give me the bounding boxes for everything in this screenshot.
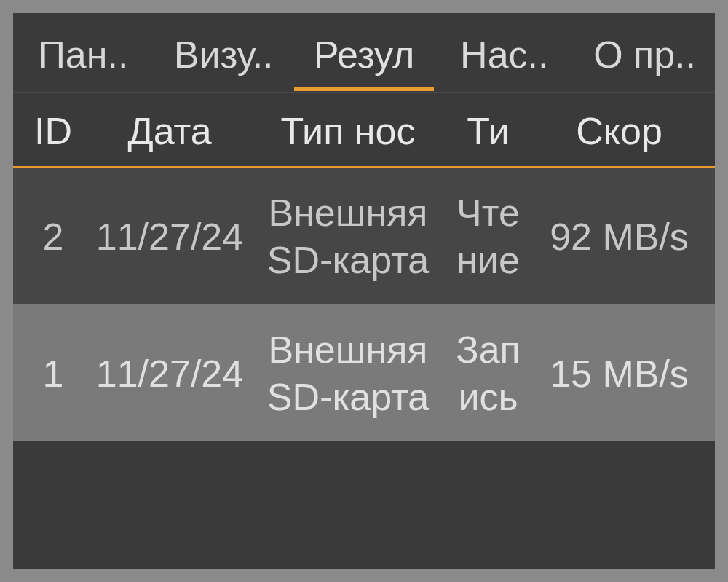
table-row[interactable]: 2 11/27/24 Внешняя SD-карта Чтение 92 MB… [13,168,715,304]
cell-speed: 15 MB/s [526,350,712,398]
header-type[interactable]: Тип нос [246,109,450,153]
cell-id: 2 [13,213,93,261]
header-date[interactable]: Дата [93,109,246,153]
results-table-header: ID Дата Тип нос Ти Скор [13,93,715,168]
cell-date: 11/27/24 [93,213,246,261]
tab-panel[interactable]: Пан.. [13,15,154,91]
tab-visual[interactable]: Визу.. [154,15,294,91]
tab-bar: Пан.. Визу.. Резул Нас.. О пр.. [13,13,715,93]
cell-date: 11/27/24 [93,350,246,398]
tab-about[interactable]: О пр.. [574,15,715,91]
tab-settings[interactable]: Нас.. [434,15,574,91]
cell-op: Запись [450,326,526,421]
header-speed[interactable]: Скор [526,109,712,153]
tab-results[interactable]: Резул [294,15,435,91]
table-row[interactable]: 1 11/27/24 Внешняя SD-карта Запись 15 MB… [13,304,715,441]
cell-speed: 92 MB/s [526,213,712,261]
cell-type: Внешняя SD-карта [246,326,450,421]
app-window: Пан.. Визу.. Резул Нас.. О пр.. ID Дата … [13,13,715,569]
cell-type: Внешняя SD-карта [246,189,450,284]
header-op[interactable]: Ти [450,109,526,153]
cell-id: 1 [13,350,93,398]
cell-op: Чтение [450,189,526,284]
header-id[interactable]: ID [13,109,93,153]
